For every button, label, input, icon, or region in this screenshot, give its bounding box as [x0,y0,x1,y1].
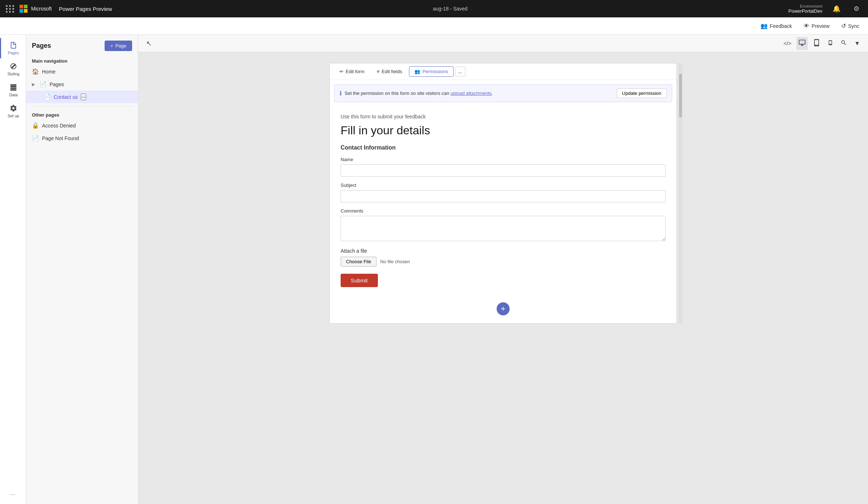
nav-item-home[interactable]: 🏠 Home [26,65,138,78]
pages-sidebar-label: Pages [8,51,19,55]
cursor-tool-button[interactable]: ↖ [144,37,154,50]
nav-divider [32,106,132,106]
form-tab-icon: ✏ [340,69,344,74]
data-sidebar-label: Data [9,93,17,97]
zoom-icon [840,39,847,47]
desktop-view-button[interactable] [796,37,808,50]
environment-label: Environment [800,4,822,8]
page-scrollthumb [679,74,682,117]
main-nav-section-title: Main navigation [26,55,138,65]
tablet-icon [813,39,820,48]
contact-us-more-button[interactable]: ··· [81,93,86,100]
name-field: Name [341,157,666,177]
form-tab-more-button[interactable]: ... [455,67,465,76]
update-permission-button[interactable]: Update permission [617,88,667,98]
zoom-button[interactable] [838,37,849,50]
styling-sidebar-label: Styling [7,72,19,76]
sidebar-item-data[interactable]: Data [0,80,26,101]
add-section-row: + [330,294,677,323]
topbar: Microsoft Power Pages Preview aug-18 - S… [0,0,868,17]
permissions-tab[interactable]: 👥 Permissions [409,66,454,77]
app-title: Power Pages Preview [59,6,112,12]
comments-field: Comments [341,208,666,242]
icon-sidebar: Pages Styling Data Set up ··· [0,35,26,504]
gear-icon: ⚙ [854,5,859,13]
app-grid-icon[interactable] [6,5,14,13]
form-content: Use this form to submit your feedback Fi… [330,106,677,294]
attach-section: Attach a file Choose File No file chosen [341,248,666,266]
fields-icon: ≡ [377,69,380,74]
nav-item-page-not-found[interactable]: 📄 Page Not Found [26,132,138,144]
sync-button[interactable]: ↺ Sync [838,21,862,31]
more-dots-icon: ··· [10,491,16,498]
pages-icon [9,41,17,49]
edit-fields-tab[interactable]: ≡ Edit fields [371,66,408,77]
mobile-view-button[interactable] [825,37,835,50]
edit-fields-label: Edit fields [382,69,402,74]
comments-textarea[interactable] [341,216,666,241]
form-section-title: Contact Information [341,144,666,151]
form-subtitle: Use this form to submit your feedback [341,114,666,119]
preview-label: Preview [812,23,830,29]
form-toolbar: ✏ Edit form ≡ Edit fields 👥 Permissions [330,63,677,80]
desktop-icon [799,39,806,48]
mobile-icon [827,39,833,48]
page-frame-wrapper: ✏ Edit form ≡ Edit fields 👥 Permissions [329,63,677,324]
sidebar-item-setup[interactable]: Set up [0,101,26,122]
sidebar-more-button[interactable]: ··· [10,491,16,504]
sync-icon: ↺ [841,22,846,29]
subject-field: Subject [341,182,666,202]
home-icon: 🏠 [32,68,39,75]
nav-page-not-found-label: Page Not Found [42,135,79,141]
form-main-title: Fill in your details [341,124,666,137]
pages-panel: Pages + Page Main navigation 🏠 Home ▶ 📄 … [26,35,138,504]
bell-icon: 🔔 [833,5,840,13]
subject-input[interactable] [341,190,666,202]
sync-label: Sync [848,23,859,29]
contact-page-icon: 📄 [43,93,51,100]
name-input[interactable] [341,164,666,177]
nav-pages-label: Pages [50,81,64,87]
nav-item-contact-us[interactable]: 📄 Contact us ··· [26,91,138,103]
permissions-icon: 👥 [414,69,420,74]
permission-banner-text: ℹ Set the permission on this form so sit… [340,90,493,97]
canvas-content: ✏ Edit form ≡ Edit fields 👥 Permissions [138,52,868,504]
feedback-icon: 👥 [760,22,768,29]
sidebar-item-styling[interactable]: Styling [0,59,26,80]
cursor-icon: ↖ [146,39,152,47]
notifications-button[interactable]: 🔔 [830,3,843,14]
subject-label: Subject [341,182,666,188]
attach-row: Choose File No file chosen [341,257,666,266]
preview-button[interactable]: 👁 Preview [801,21,833,31]
settings-button[interactable]: ⚙ [851,3,862,14]
nav-item-access-denied[interactable]: 🔒 Access Denied [26,119,138,132]
feedback-button[interactable]: 👥 Feedback [758,21,795,31]
edit-form-tab[interactable]: ✏ Edit form [334,66,370,77]
environment-name: PowerPortalDev [788,8,822,14]
page-scrollbar[interactable] [678,63,683,324]
info-icon: ℹ [340,90,342,97]
comments-label: Comments [341,208,666,214]
code-icon: </> [783,40,791,46]
submit-button[interactable]: Submit [341,274,378,287]
tablet-view-button[interactable] [811,37,822,50]
styling-icon [9,62,17,70]
upload-attachments-link[interactable]: upload attachments [451,91,492,96]
lock-icon: 🔒 [32,122,39,129]
plus-icon: + [110,43,113,49]
zoom-dropdown-button[interactable]: ▼ [852,38,862,49]
choose-file-button[interactable]: Choose File [341,257,376,266]
environment-info: Environment PowerPortalDev [788,4,822,14]
sidebar-item-pages[interactable]: Pages [0,38,26,59]
add-section-button[interactable]: + [497,302,510,315]
code-view-button[interactable]: </> [781,38,793,49]
main-layout: Pages Styling Data Set up ··· Pages + Pa… [0,35,868,504]
page-frame: ✏ Edit form ≡ Edit fields 👥 Permissions [329,63,677,324]
add-page-button[interactable]: + Page [105,41,132,51]
nav-home-label: Home [42,69,55,75]
no-file-text: No file chosen [380,259,410,264]
nav-item-pages[interactable]: ▶ 📄 Pages [26,78,138,91]
feedback-label: Feedback [770,23,792,29]
page-icon: 📄 [39,81,47,88]
permissions-label: Permissions [422,69,448,74]
